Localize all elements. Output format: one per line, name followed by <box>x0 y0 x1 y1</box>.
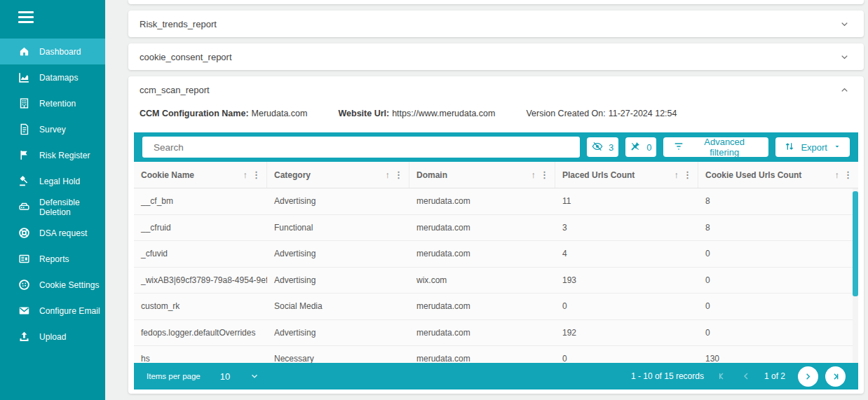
cell-domain: merudata.com <box>409 188 555 214</box>
column-label: Domain <box>416 170 447 180</box>
sort-asc-icon[interactable]: ↑ <box>531 170 536 180</box>
sidebar-item-configure-email[interactable]: Configure Email <box>0 298 105 324</box>
cell-cookie-name: __cf_bm <box>134 188 267 214</box>
sidebar-item-defensible-deletion[interactable]: Defensible Deletion <box>0 194 105 220</box>
pagination-bar: Items per page 10 1 - 10 of 15 records 1… <box>134 363 858 389</box>
next-page-button[interactable] <box>798 366 818 387</box>
panel-title: Risk_trends_report <box>140 19 217 29</box>
sidebar-item-reports[interactable]: Reports <box>0 246 105 272</box>
cell-placed-count: 0 <box>555 346 698 363</box>
column-header-cookie-name[interactable]: Cookie Name ↑⋮ <box>134 162 267 188</box>
panel-ccm-scan-report: ccm_scan_report CCM Configuration Name:M… <box>128 76 864 394</box>
meta-url-label: Website Url: <box>338 109 389 118</box>
sidebar-item-label: DSA request <box>39 228 87 238</box>
cookie-table: Cookie Name ↑⋮ Category ↑⋮ Domain ↑⋮ Pla… <box>134 162 858 363</box>
sort-asc-icon[interactable]: ↑ <box>386 170 391 180</box>
cell-cookie-name: hs <box>134 346 267 363</box>
panel-title: cookie_consent_report <box>140 52 232 62</box>
sort-asc-icon[interactable]: ↑ <box>243 170 248 180</box>
records-range-text: 1 - 10 of 15 records <box>631 371 704 381</box>
items-per-page-chevron-icon[interactable] <box>250 371 259 381</box>
column-header-category[interactable]: Category ↑⋮ <box>267 162 409 188</box>
items-per-page-value[interactable]: 10 <box>220 371 230 382</box>
chevron-up-icon[interactable] <box>839 85 850 95</box>
column-header-domain[interactable]: Domain ↑⋮ <box>409 162 555 188</box>
sidebar-item-retention[interactable]: Retention <box>0 90 105 116</box>
panel-header-cookie-consent[interactable]: cookie_consent_report <box>128 43 864 70</box>
main-content: Risk_trends_report cookie_consent_report… <box>105 0 868 400</box>
sidebar-item-risk-register[interactable]: Risk Register <box>0 142 105 168</box>
panel-header-risk-trends[interactable]: Risk_trends_report <box>128 11 864 37</box>
sidebar-item-legal-hold[interactable]: Legal Hold <box>0 168 105 194</box>
cell-cookie-name: custom_rk <box>134 294 267 319</box>
panel-title: ccm_scan_report <box>140 85 210 95</box>
cell-placed-count: 0 <box>555 294 698 319</box>
previous-page-icon[interactable] <box>740 371 752 382</box>
cell-domain: merudata.com <box>409 241 555 267</box>
advanced-filtering-button[interactable]: Advanced filtering <box>663 137 768 157</box>
sidebar-item-label: Retention <box>39 99 76 109</box>
chevron-down-icon[interactable] <box>839 52 850 62</box>
panel-header-ccm-scan[interactable]: ccm_scan_report <box>128 76 864 103</box>
cell-domain: wix.com <box>409 268 555 294</box>
cell-category: Advertising <box>267 241 409 267</box>
sidebar-item-dashboard[interactable]: Dashboard <box>0 39 105 64</box>
vertical-scrollbar-thumb[interactable] <box>853 191 858 296</box>
cell-category: Social Media <box>267 294 409 319</box>
cell-category: Advertising <box>267 268 409 294</box>
sidebar-item-label: Risk Register <box>39 151 90 160</box>
table-row[interactable]: __cfruid Functional merudata.com 3 8 <box>134 215 858 242</box>
column-menu-icon[interactable]: ⋮ <box>683 170 692 180</box>
hidden-columns-count: 3 <box>609 142 613 153</box>
cell-domain: merudata.com <box>409 215 555 241</box>
table-row[interactable]: custom_rk Social Media merudata.com 0 0 <box>134 294 858 320</box>
sidebar-item-label: Cookie Settings <box>39 280 100 290</box>
column-header-placed-urls[interactable]: Placed Urls Count ↑⋮ <box>555 162 698 188</box>
table-row[interactable]: hs Necessary merudata.com 0 130 <box>134 346 858 363</box>
table-row[interactable]: _cfuvid Advertising merudata.com 4 0 <box>134 241 858 268</box>
cell-placed-count: 3 <box>555 215 698 241</box>
first-page-icon[interactable] <box>717 371 728 382</box>
meta-version-label: Version Created On: <box>526 109 605 118</box>
hidden-columns-button[interactable]: 3 <box>587 137 618 157</box>
table-row[interactable]: _wixAB3|69cf3789-79a8-4954-9efb-44e5... … <box>134 268 858 294</box>
sidebar-item-datamaps[interactable]: Datamaps <box>0 64 105 90</box>
last-page-button[interactable] <box>825 366 846 387</box>
meta-config-value: Merudata.com <box>252 109 308 118</box>
search-input[interactable] <box>142 137 580 158</box>
sidebar-item-cookie-settings[interactable]: Cookie Settings <box>0 272 105 298</box>
pinned-columns-button[interactable]: 0 <box>625 137 656 157</box>
cell-placed-count: 193 <box>555 268 698 294</box>
menu-toggle-icon[interactable] <box>0 0 105 34</box>
sidebar-item-label: Dashboard <box>39 47 81 57</box>
page-indicator-text: 1 of 2 <box>764 371 785 381</box>
table-header-row: Cookie Name ↑⋮ Category ↑⋮ Domain ↑⋮ Pla… <box>134 162 858 188</box>
sort-asc-icon[interactable]: ↑ <box>835 170 840 180</box>
column-menu-icon[interactable]: ⋮ <box>394 170 403 180</box>
table-row[interactable]: __cf_bm Advertising merudata.com 11 8 <box>134 188 858 215</box>
sidebar-item-label: Configure Email <box>39 306 100 316</box>
chevron-down-icon[interactable] <box>839 19 850 29</box>
cell-used-count: 130 <box>698 346 858 363</box>
table-row[interactable]: fedops.logger.defaultOverrides Advertisi… <box>134 320 858 347</box>
column-label: Cookie Used Urls Count <box>705 170 801 180</box>
column-menu-icon[interactable]: ⋮ <box>540 170 549 180</box>
column-menu-icon[interactable]: ⋮ <box>843 170 853 180</box>
cell-domain: merudata.com <box>409 320 555 346</box>
sidebar-item-survey[interactable]: Survey <box>0 116 105 142</box>
sidebar-item-dsa-request[interactable]: DSA request <box>0 220 105 246</box>
sidebar-item-label: Datamaps <box>39 73 79 83</box>
export-button[interactable]: Export <box>775 137 850 157</box>
column-menu-icon[interactable]: ⋮ <box>252 170 261 180</box>
newspaper-icon <box>18 253 30 265</box>
cell-cookie-name: fedops.logger.defaultOverrides <box>134 320 267 346</box>
sidebar-item-upload[interactable]: Upload <box>0 324 105 350</box>
column-header-cookie-used-urls[interactable]: Cookie Used Urls Count ↑⋮ <box>698 162 858 188</box>
cell-domain: merudata.com <box>409 294 555 319</box>
sort-arrows-icon <box>784 141 795 154</box>
building-icon <box>18 97 30 109</box>
sort-asc-icon[interactable]: ↑ <box>674 170 679 180</box>
cell-placed-count: 192 <box>555 320 698 346</box>
export-label: Export <box>801 142 827 153</box>
sidebar: Dashboard Datamaps Retention Survey Risk <box>0 0 105 400</box>
